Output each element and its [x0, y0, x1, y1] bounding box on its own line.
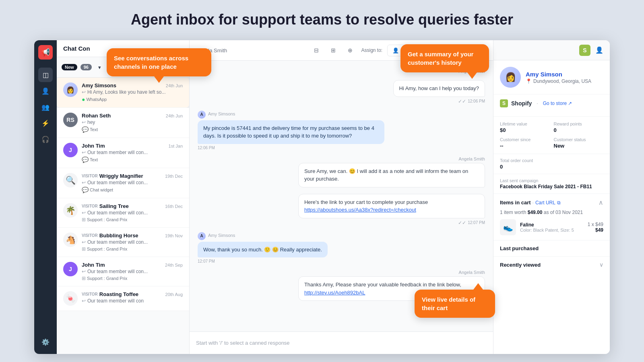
- recently-viewed-label: Recently viewed: [500, 262, 541, 268]
- agent-label: Angela Smith: [459, 156, 485, 161]
- chat-widget-icon: 💬: [82, 187, 89, 193]
- checkmark-icon: ✓✓: [458, 220, 466, 226]
- chat-item[interactable]: 👩 Amy Simsons 24th Jun ↩ Hi Amy, Looks l…: [57, 78, 189, 108]
- msg-bubble: Hi Amy, how can I help you today?: [393, 80, 485, 97]
- sidebar-item-user[interactable]: 👤: [38, 84, 53, 98]
- tooltip-conversations: See conversations across channels in one…: [107, 48, 211, 76]
- cart-chevron-btn[interactable]: ∧: [599, 199, 603, 206]
- go-to-store-link[interactable]: Go to store ↗: [543, 101, 572, 106]
- external-link-icon: ↗: [568, 101, 572, 106]
- channel-tag: ● WhatsApp: [82, 96, 183, 103]
- tooltip-summary: Get a summary of your customer's history: [400, 44, 489, 72]
- shopify-icon: S: [579, 45, 590, 56]
- shopify-icon: S: [500, 99, 508, 107]
- chat-item-content: VISITOR Roasting Toffee 20th Aug ↩ Our t…: [82, 291, 183, 304]
- msg-sender: Amy Simsons: [208, 233, 235, 238]
- chat-input-placeholder[interactable]: Start with '/' to select a canned respon…: [196, 337, 487, 349]
- avatar: 🔍: [63, 173, 78, 187]
- icon-btn-1[interactable]: ⊟: [310, 44, 322, 56]
- sender-avatar: A: [198, 232, 206, 240]
- chat-item-preview: ↩ Our team member will con...: [82, 210, 183, 216]
- assign-label: Assign to:: [361, 47, 382, 53]
- chevron-down-icon[interactable]: ∨: [599, 261, 603, 268]
- location-icon: 📍: [526, 78, 532, 84]
- chat-item[interactable]: RS Rohan Seth 24th Jun ↩ hey 💬 Text: [57, 108, 189, 138]
- chat-item-content: VISITOR Bubbling Horse 19th Nov ↩ Our te…: [82, 232, 183, 252]
- chat-item-date: 19th Nov: [165, 233, 183, 238]
- copy-icon[interactable]: ⧉: [557, 200, 561, 206]
- sidebar: 📢 ◫ 👤 👥 ⚡ 🎧 ⚙️: [34, 40, 57, 354]
- stat-label: Customer status: [554, 137, 604, 142]
- msg-time: 12:06 PM: [468, 99, 485, 103]
- chat-item-preview: ↩ Our team member will con...: [82, 180, 183, 185]
- agent-label: Angela Smith: [459, 270, 485, 275]
- avatar: 🍬: [63, 291, 78, 306]
- chat-item-content: VISITOR Sailing Tree 16th Dec ↩ Our team…: [82, 203, 183, 222]
- customer-avatar: 👩: [500, 67, 521, 88]
- panel-top-bar: S 👤: [493, 40, 610, 60]
- cart-url-btn[interactable]: Cart URL ⧉: [535, 200, 561, 206]
- chat-item-preview: ↩ Hi Amy, Looks like you have left so...: [82, 89, 183, 95]
- visitor-tag: VISITOR: [82, 204, 98, 208]
- chat-list: 👩 Amy Simsons 24th Jun ↩ Hi Amy, Looks l…: [57, 78, 189, 354]
- shopify-header: S Shopify · Go to store ↗: [500, 99, 603, 107]
- recently-viewed-section: Recently viewed ∨: [493, 257, 610, 273]
- chat-item[interactable]: J John Tim 1st Jan ↩ Our team member wil…: [57, 138, 189, 168]
- stat-label: Reward points: [554, 121, 604, 126]
- total-value: 0: [500, 164, 603, 170]
- cart-item-total: $49: [588, 227, 603, 233]
- chat-item[interactable]: 🔍 VISITOR Wriggly Magnifier 19th Dec ↩ O…: [57, 168, 189, 198]
- stat-label: Lifetime value: [500, 121, 550, 126]
- stat-reward-points: Reward points 0: [554, 121, 604, 133]
- chat-item-preview: ↩ Our team member will con...: [82, 150, 183, 155]
- customer-location: 📍 Dundywood, Georgia, USA: [526, 78, 591, 84]
- cart-thumb: 👟: [500, 219, 516, 235]
- cart-item-details: Faline Color: Black Patent, Size: 5: [520, 222, 584, 232]
- sidebar-item-headset[interactable]: 🎧: [38, 132, 53, 146]
- new-dropdown[interactable]: ▾: [95, 63, 104, 72]
- last-purchased-section: Last purchased: [493, 241, 610, 257]
- msg-group-outgoing-1: Hi Amy, how can I help you today? ✓✓ 12:…: [198, 80, 485, 104]
- sidebar-item-lightning[interactable]: ⚡: [38, 116, 53, 130]
- msg-bubble: Sure Amy, we can. 😊 I will add it as a n…: [298, 163, 485, 187]
- chat-item[interactable]: J John Tim 24th Sep ↩ Our team member wi…: [57, 257, 189, 286]
- chat-item-name: Bubbling Horse: [99, 232, 138, 239]
- sidebar-item-users[interactable]: 👥: [38, 100, 53, 114]
- sidebar-item-layout[interactable]: ◫: [38, 68, 53, 82]
- avatar: J: [63, 143, 78, 157]
- chat-item[interactable]: 🍬 VISITOR Roasting Toffee 20th Aug ↩ Our…: [57, 286, 189, 311]
- cart-item-row: 👟 Faline Color: Black Patent, Size: 5 1 …: [500, 219, 603, 235]
- section-header: Last purchased: [500, 245, 603, 251]
- chat-item-content: VISITOR Wriggly Magnifier 19th Dec ↩ Our…: [82, 173, 183, 193]
- cart-header: Items in cart · Cart URL ⧉ ∧: [500, 199, 603, 206]
- icon-btn-2[interactable]: ⊞: [327, 44, 339, 56]
- chat-item-name: Roasting Toffee: [99, 291, 138, 297]
- chat-item[interactable]: 🐴 VISITOR Bubbling Horse 19th Nov ↩ Our …: [57, 228, 189, 257]
- avatar: 👩: [63, 82, 78, 97]
- chat-item-content: John Tim 24th Sep ↩ Our team member will…: [82, 262, 183, 281]
- cart-info: 1 item worth $49.00 as of 03 Nov 2021: [500, 210, 603, 215]
- support-icon: ⊞: [82, 246, 86, 252]
- msg-bubble: Here's the link to your cart to complete…: [298, 194, 485, 218]
- icon-btn-3[interactable]: ⊕: [344, 44, 356, 56]
- avatar: J: [63, 262, 78, 276]
- chat-item-preview: ↩ hey: [82, 119, 183, 125]
- sidebar-item-gear[interactable]: ⚙️: [38, 335, 53, 349]
- shopify-section: S Shopify · Go to store ↗: [493, 95, 610, 117]
- total-label: Total order count: [500, 158, 603, 163]
- cart-link[interactable]: https://aboutshoes.us/Aa38x?redirect=/ch…: [304, 207, 416, 213]
- feedback-link[interactable]: http://stev.us/Aoeh892bAL: [304, 290, 365, 296]
- chat-input-area: Start with '/' to select a canned respon…: [190, 331, 493, 354]
- channel-tag: ⊞ Support : Grand Prix: [82, 217, 183, 222]
- stats-grid: Lifetime value $0 Reward points 0 Custom…: [493, 117, 610, 154]
- chat-item[interactable]: 🌴 VISITOR Sailing Tree 16th Dec ↩ Our te…: [57, 198, 189, 228]
- chat-item-date: 16th Dec: [165, 204, 183, 209]
- channel-tag: 💬 Text: [82, 126, 183, 133]
- stat-value: New: [554, 143, 604, 149]
- tooltip-cart: View live details of their cart: [415, 290, 495, 318]
- chat-item-preview: ↩ Our team member will con: [82, 298, 183, 304]
- chat-item-preview: ↩ Our team member will con...: [82, 239, 183, 245]
- cart-item-sub: Color: Black Patent, Size: 5: [520, 228, 584, 232]
- chat-item-date: 24th Jun: [166, 83, 183, 88]
- section-header: Recently viewed ∨: [500, 261, 603, 268]
